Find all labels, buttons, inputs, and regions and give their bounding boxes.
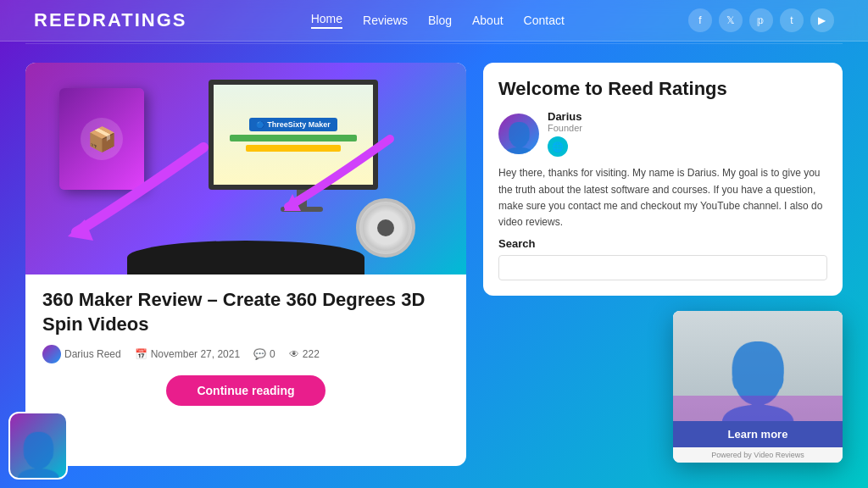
- youtube-icon[interactable]: ▶: [810, 8, 834, 32]
- video-popup: 👤 Learn more Powered by Video Reviews: [673, 311, 843, 463]
- product-box-inner: 📦: [59, 88, 144, 190]
- article-meta: Darius Reed 📅 November 27, 2021 💬 0 👁 22…: [42, 345, 449, 363]
- author-name-display: Darius: [548, 110, 582, 123]
- views-icon: 👁: [289, 348, 299, 360]
- video-footer: Powered by Video Reviews: [673, 447, 843, 463]
- learn-more-button[interactable]: Learn more: [673, 421, 843, 447]
- nav-reviews[interactable]: Reviews: [363, 14, 408, 27]
- nav-contact[interactable]: Contact: [524, 14, 565, 27]
- video-popup-content: 👤: [673, 311, 843, 421]
- author-meta: Darius Reed: [42, 345, 121, 363]
- bottom-avatar-silhouette: 👤: [11, 434, 66, 478]
- welcome-card: Welcome to Reed Ratings 👤 Darius Founder…: [483, 63, 843, 296]
- nav-home[interactable]: Home: [311, 12, 342, 29]
- comments-meta: 💬 0: [253, 348, 275, 360]
- author-name: Darius Reed: [64, 348, 121, 360]
- facebook-icon[interactable]: f: [688, 8, 712, 32]
- twitter-icon[interactable]: 𝕏: [719, 8, 743, 32]
- comments-count: 0: [270, 348, 275, 360]
- search-input[interactable]: [498, 255, 827, 280]
- article-body: 360 Maker Review – Create 360 Degrees 3D…: [25, 274, 466, 419]
- comment-icon: 💬: [253, 348, 266, 360]
- author-role-display: Founder: [548, 123, 582, 133]
- author-row: 👤 Darius Founder 🌐: [498, 110, 827, 157]
- pinterest-icon[interactable]: 𝕡: [749, 8, 773, 32]
- site-logo: ReedRatings: [34, 9, 187, 31]
- svg-marker-0: [68, 219, 93, 241]
- author-silhouette: 👤: [500, 124, 538, 154]
- video-overlay: [673, 396, 843, 421]
- author-social-icon[interactable]: 🌐: [548, 136, 568, 157]
- welcome-text: Hey there, thanks for visiting. My name …: [498, 165, 827, 230]
- product-box: 📦: [59, 88, 153, 198]
- search-label: Search: [498, 237, 827, 250]
- site-header: ReedRatings Home Reviews Blog About Cont…: [0, 0, 868, 42]
- social-icons-group: f 𝕏 𝕡 t ▶: [688, 8, 834, 32]
- views-meta: 👁 222: [289, 348, 320, 360]
- header-divider: [25, 43, 843, 44]
- article-image-inner: 📦 🔵 ThreeSixty Maker: [25, 63, 466, 274]
- nav-about[interactable]: About: [472, 14, 504, 27]
- author-avatar-small: [42, 345, 61, 363]
- main-nav: Home Reviews Blog About Contact: [311, 12, 565, 29]
- calendar-icon: 📅: [135, 348, 147, 360]
- nav-blog[interactable]: Blog: [428, 14, 452, 27]
- arrow-decoration-2: [280, 130, 398, 215]
- bottom-left-avatar: 👤: [8, 412, 68, 480]
- views-count: 222: [303, 348, 320, 360]
- continue-reading-button[interactable]: Continue reading: [166, 375, 325, 406]
- tumblr-icon[interactable]: t: [780, 8, 804, 32]
- article-date: November 27, 2021: [151, 348, 240, 360]
- author-avatar: 👤: [498, 114, 539, 154]
- date-meta: 📅 November 27, 2021: [135, 348, 240, 360]
- welcome-title: Welcome to Reed Ratings: [498, 78, 827, 100]
- article-title: 360 Maker Review – Create 360 Degrees 3D…: [42, 288, 449, 336]
- author-info: Darius Founder 🌐: [548, 110, 582, 157]
- article-card: 📦 🔵 ThreeSixty Maker: [25, 63, 466, 466]
- article-image: 📦 🔵 ThreeSixty Maker: [25, 63, 466, 274]
- threesixty-logo: 🔵 ThreeSixty Maker: [249, 118, 337, 131]
- stage-platform: [127, 241, 364, 274]
